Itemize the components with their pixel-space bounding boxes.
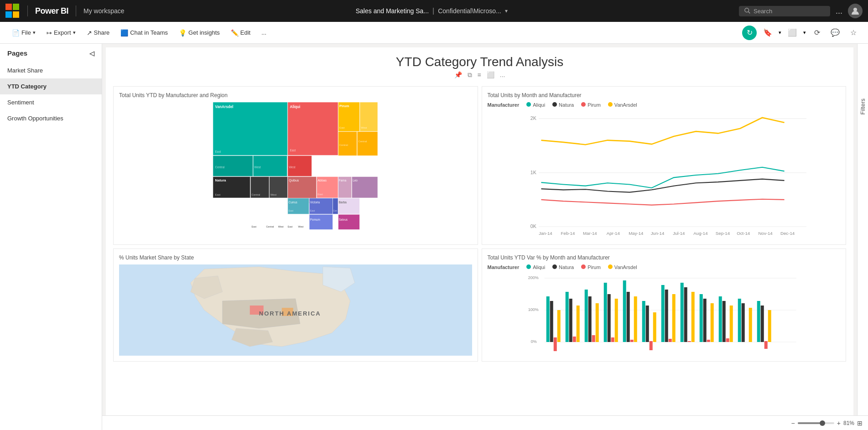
svg-rect-131 xyxy=(757,301,760,342)
avatar[interactable] xyxy=(848,4,863,18)
svg-rect-117 xyxy=(687,341,691,342)
copy-icon[interactable]: ⧉ xyxy=(468,71,472,79)
view-button[interactable]: ⬜ xyxy=(785,26,800,40)
svg-text:Central: Central xyxy=(339,144,348,146)
zoom-in-button[interactable]: + xyxy=(837,420,841,427)
view-chevron[interactable]: ▾ xyxy=(803,30,806,36)
svg-line-1 xyxy=(748,12,750,14)
treemap-svg: VanArsdel East Central West Aliqui East xyxy=(119,102,472,230)
comments-button[interactable]: 💬 xyxy=(828,26,842,40)
svg-text:Aug-14: Aug-14 xyxy=(693,231,708,236)
focus-icon[interactable]: ≡ xyxy=(478,71,481,79)
svg-text:Sep-14: Sep-14 xyxy=(715,231,730,236)
toolbar-more-button[interactable]: ... xyxy=(257,27,271,38)
refresh-button[interactable]: ↻ xyxy=(742,26,757,40)
zoom-out-button[interactable]: − xyxy=(791,420,795,427)
svg-rect-127 xyxy=(738,299,741,342)
vanarsdel-legend: VanArsdel xyxy=(608,102,637,108)
report-meta: Confidential\Microso... xyxy=(438,7,501,15)
svg-text:East: East xyxy=(252,225,257,228)
svg-text:East: East xyxy=(310,209,315,212)
svg-text:0%: 0% xyxy=(530,339,536,344)
line-chart-svg: 2K 1K 0K Jan-14 Feb-14 Mar-14 Apr-14 xyxy=(488,111,841,239)
svg-rect-132 xyxy=(760,306,764,342)
svg-text:2K: 2K xyxy=(530,115,536,121)
filters-panel[interactable]: Filters xyxy=(857,44,868,430)
svg-rect-22 xyxy=(357,132,378,156)
more-visual-icon[interactable]: ... xyxy=(500,71,505,79)
svg-text:West: West xyxy=(278,225,284,228)
svg-rect-108 xyxy=(645,306,649,342)
bottom-bar: − + 81% ⊞ xyxy=(102,415,868,430)
svg-rect-128 xyxy=(741,303,744,342)
zoom-slider-track[interactable] xyxy=(798,422,834,424)
sidebar-collapse-button[interactable]: ◁ xyxy=(89,50,94,57)
bar-chart-container[interactable]: 200% 100% 0% xyxy=(488,274,841,356)
edit-icon: ✏️ xyxy=(231,29,239,36)
svg-text:Central: Central xyxy=(358,140,367,143)
get-insights-button[interactable]: 💡 Get insights xyxy=(174,27,224,38)
line-chart-container[interactable]: 2K 1K 0K Jan-14 Feb-14 Mar-14 Apr-14 xyxy=(488,111,841,239)
report-meta-chevron[interactable]: ▾ xyxy=(505,8,508,14)
natura-legend: Natura xyxy=(552,102,574,108)
svg-text:Aliqui: Aliqui xyxy=(290,105,301,109)
svg-rect-98 xyxy=(595,303,598,342)
chat-in-teams-button[interactable]: 🟦 Chat in Teams xyxy=(116,27,172,38)
content-area: YTD Category Trend Analysis 📌 ⧉ ≡ ⬜ ... … xyxy=(102,44,857,430)
bar-natura-legend: Natura xyxy=(552,264,574,270)
svg-text:Central: Central xyxy=(215,166,225,169)
share-button[interactable]: ↗ Share xyxy=(82,27,114,38)
svg-rect-116 xyxy=(684,287,687,342)
bookmark-button[interactable]: 🔖 xyxy=(760,26,775,40)
svg-rect-136 xyxy=(649,342,652,350)
svg-text:East: East xyxy=(289,209,294,212)
sidebar-item-growth-opportunities[interactable]: Growth Opportunities xyxy=(0,110,102,126)
export-chevron: ▾ xyxy=(73,30,76,36)
svg-text:Mar-14: Mar-14 xyxy=(583,231,597,236)
edit-button[interactable]: ✏️ Edit xyxy=(226,27,255,38)
pin-icon[interactable]: 📌 xyxy=(454,71,462,79)
svg-text:Central: Central xyxy=(266,225,274,228)
more-options-button[interactable]: ... xyxy=(836,6,842,16)
zoom-level: 81% xyxy=(843,420,854,426)
svg-text:Currus: Currus xyxy=(289,201,297,204)
insights-icon: 💡 xyxy=(179,29,187,36)
svg-rect-120 xyxy=(703,299,706,342)
svg-text:May-14: May-14 xyxy=(629,231,644,236)
favorite-button[interactable]: ☆ xyxy=(846,26,861,40)
bookmark-chevron[interactable]: ▾ xyxy=(779,30,781,36)
zoom-slider-thumb[interactable] xyxy=(820,420,825,426)
map-container[interactable]: NORTH AMERICA xyxy=(119,264,472,356)
svg-rect-111 xyxy=(661,285,664,342)
search-box[interactable]: Search xyxy=(739,6,830,16)
sidebar-item-ytd-category[interactable]: YTD Category xyxy=(0,78,102,94)
svg-rect-90 xyxy=(557,310,560,342)
report-canvas: YTD Category Trend Analysis 📌 ⧉ ≡ ⬜ ... … xyxy=(106,47,853,421)
sidebar-item-sentiment[interactable]: Sentiment xyxy=(0,94,102,110)
fullscreen-refresh-button[interactable]: ⟳ xyxy=(810,26,824,40)
sidebar: Pages ◁ Market Share YTD Category Sentim… xyxy=(0,44,102,430)
toolbar-right: ↻ 🔖 ▾ ⬜ ▾ ⟳ 💬 ☆ xyxy=(742,26,861,40)
expand-icon[interactable]: ⬜ xyxy=(487,71,494,79)
aliqui-legend: Aliqui xyxy=(526,102,545,108)
svg-rect-119 xyxy=(699,294,702,342)
export-button[interactable]: ↦ Export ▾ xyxy=(42,27,80,38)
svg-text:Barba: Barba xyxy=(339,201,347,204)
file-button[interactable]: 📄 File ▾ xyxy=(7,27,40,38)
zoom-controls: − + 81% ⊞ xyxy=(791,420,863,427)
svg-rect-115 xyxy=(680,283,683,342)
filters-label[interactable]: Filters xyxy=(859,98,866,114)
fit-page-icon[interactable]: ⊞ xyxy=(857,420,863,427)
search-placeholder: Search xyxy=(754,8,772,15)
treemap-container[interactable]: VanArsdel East Central West Aliqui East xyxy=(119,102,472,230)
svg-text:West: West xyxy=(289,166,296,169)
pages-label: Pages xyxy=(7,49,27,57)
bar-aliqui-legend: Aliqui xyxy=(526,264,545,270)
bar-chart-legend: Manufacturer Aliqui Natura Pirum VanArsd… xyxy=(488,264,841,270)
workspace-name[interactable]: My workspace xyxy=(83,7,124,15)
svg-text:East: East xyxy=(290,149,296,152)
svg-text:Leo: Leo xyxy=(353,179,358,182)
svg-text:Jan-14: Jan-14 xyxy=(539,231,552,236)
sidebar-item-market-share[interactable]: Market Share xyxy=(0,62,102,78)
svg-rect-135 xyxy=(553,342,556,351)
